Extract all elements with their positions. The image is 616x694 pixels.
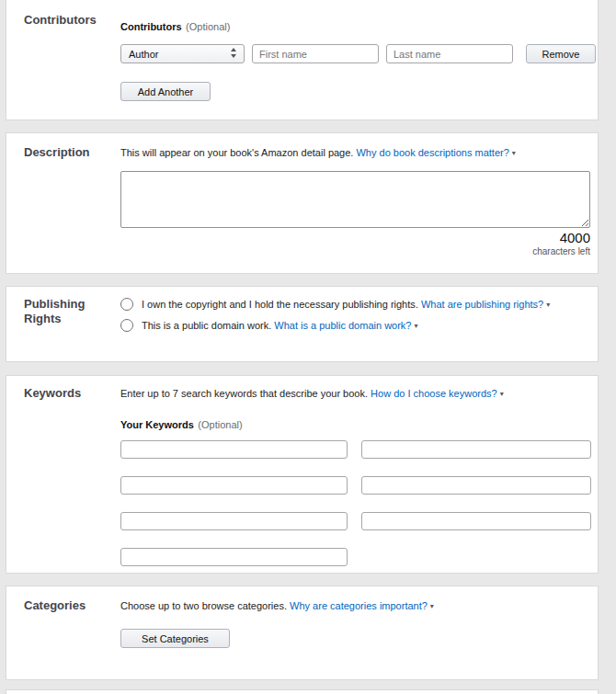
select-stepper-icon <box>231 48 236 58</box>
contributors-field-label: Contributors (Optional) <box>120 17 596 34</box>
characters-left: 4000 characters left <box>120 230 590 257</box>
last-name-input[interactable] <box>386 44 513 63</box>
keyword-input-4[interactable] <box>361 476 591 495</box>
own-copyright-radio[interactable] <box>120 298 133 311</box>
contributor-role-selected-value: Author <box>129 49 158 60</box>
description-section: Description This will appear on your boo… <box>6 132 599 274</box>
add-another-contributor-button[interactable]: Add Another <box>120 82 211 101</box>
contributor-role-select[interactable]: Author <box>120 44 245 63</box>
keyword-input-3[interactable] <box>120 476 348 495</box>
disclosure-caret-icon: ▾ <box>546 301 550 309</box>
categories-instruction: Choose up to two browse categories. Why … <box>120 599 589 613</box>
own-copyright-label: I own the copyright and I hold the neces… <box>142 299 418 310</box>
your-keywords-field-label: Your Keywords (Optional) <box>120 415 591 432</box>
description-textarea[interactable] <box>120 171 590 228</box>
publishing-rights-section-label: Publishing Rights <box>24 297 120 326</box>
description-help-link[interactable]: Why do book descriptions matter? <box>356 147 508 158</box>
set-categories-button[interactable]: Set Categories <box>120 629 230 648</box>
first-name-input[interactable] <box>252 44 379 63</box>
description-instruction: This will appear on your book's Amazon d… <box>120 146 590 160</box>
contributors-section-label: Contributors <box>24 13 120 28</box>
book-details-form: Contributors Contributors (Optional) Aut… <box>0 0 616 694</box>
optional-note: (Optional) <box>198 419 242 430</box>
keyword-input-1[interactable] <box>120 440 348 459</box>
publishing-rights-help-link[interactable]: What are publishing rights? <box>421 299 543 310</box>
next-section-card <box>6 689 599 694</box>
categories-section: Categories Choose up to two browse categ… <box>6 586 599 680</box>
disclosure-caret-icon: ▾ <box>414 322 417 330</box>
keyword-input-6[interactable] <box>361 512 591 530</box>
keyword-input-7[interactable] <box>120 548 348 566</box>
contributor-row: Author Remove <box>120 44 596 63</box>
keywords-grid <box>120 440 591 566</box>
keywords-section: Keywords Enter up to 7 search keywords t… <box>6 375 599 574</box>
disclosure-caret-icon: ▾ <box>500 390 504 398</box>
public-domain-help-link[interactable]: What is a public domain work? <box>274 320 411 331</box>
public-domain-label: This is a public domain work. <box>142 320 271 331</box>
keywords-help-link[interactable]: How do I choose keywords? <box>371 388 497 399</box>
publishing-rights-section: Publishing Rights I own the copyright an… <box>6 286 599 362</box>
remove-contributor-button[interactable]: Remove <box>526 44 596 63</box>
characters-left-label: characters left <box>120 245 590 257</box>
contributors-section: Contributors Contributors (Optional) Aut… <box>6 0 599 120</box>
keyword-input-5[interactable] <box>120 512 348 530</box>
own-copyright-option: I own the copyright and I hold the neces… <box>120 298 589 311</box>
public-domain-option: This is a public domain work. What is a … <box>120 319 589 332</box>
optional-note: (Optional) <box>186 21 230 32</box>
characters-left-count: 4000 <box>120 230 590 245</box>
keyword-input-2[interactable] <box>361 440 591 459</box>
categories-help-link[interactable]: Why are categories important? <box>290 600 428 611</box>
keywords-instruction: Enter up to 7 search keywords that descr… <box>120 387 591 401</box>
keywords-section-label: Keywords <box>24 386 120 401</box>
description-section-label: Description <box>24 145 120 160</box>
disclosure-caret-icon: ▾ <box>512 149 516 157</box>
categories-section-label: Categories <box>24 598 120 613</box>
disclosure-caret-icon: ▾ <box>430 602 434 610</box>
public-domain-radio[interactable] <box>120 319 133 332</box>
